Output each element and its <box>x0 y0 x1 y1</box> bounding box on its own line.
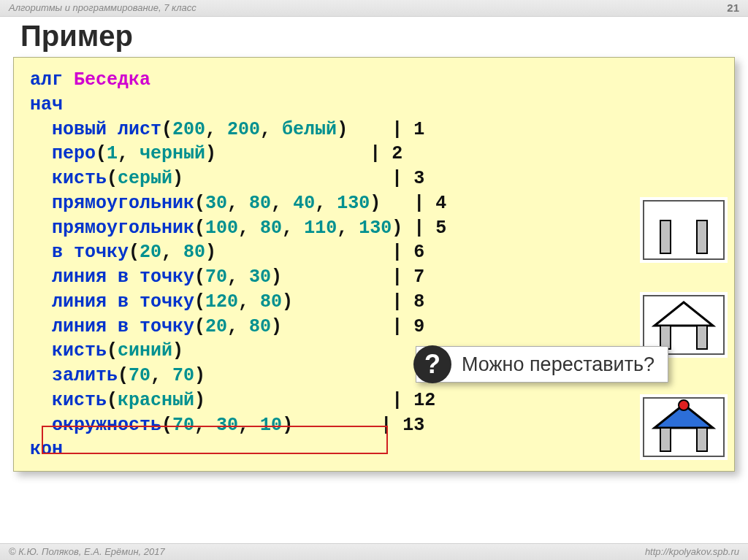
page-title: Пример <box>20 20 728 53</box>
figure-house-filled-icon <box>640 394 728 460</box>
svg-point-11 <box>679 400 689 410</box>
code-line: кисть(серый) | 3 <box>30 166 721 191</box>
question-callout: ? Можно переставить? <box>416 346 668 383</box>
code-line: кисть(красный) | 12 <box>30 388 721 413</box>
svg-rect-10 <box>697 428 707 451</box>
code-line: линия в точку(20, 80) | 9 <box>30 315 721 340</box>
svg-rect-1 <box>660 220 671 253</box>
page-number: 21 <box>727 0 739 16</box>
svg-rect-9 <box>660 428 671 451</box>
source-url: http://kpolyakov.spb.ru <box>645 544 739 560</box>
code-line: в точку(20, 80) | 6 <box>30 240 721 265</box>
copyright: © К.Ю. Поляков, Е.А. Ерёмин, 2017 <box>9 544 165 560</box>
code-line: нач <box>30 93 721 118</box>
code-line: новый лист(200, 200, белый) | 1 <box>30 118 721 142</box>
svg-rect-0 <box>644 201 724 259</box>
question-text: Можно переставить? <box>462 353 654 376</box>
code-line: перо(1, черный) | 2 <box>30 142 721 166</box>
figure-pillars-icon <box>640 197 728 263</box>
code-line: прямоугольник(100, 80, 110, 130) | 5 <box>30 216 721 241</box>
code-line: линия в точку(120, 80) | 8 <box>30 290 721 315</box>
code-block: алг Беседка нач новый лист(200, 200, бел… <box>13 57 735 472</box>
svg-rect-6 <box>697 326 707 349</box>
code-line: линия в точку(70, 30) | 7 <box>30 265 721 290</box>
code-line: прямоугольник(30, 80, 40, 130) | 4 <box>30 191 721 216</box>
code-line: алг Беседка <box>30 68 721 93</box>
svg-rect-2 <box>697 220 707 253</box>
highlight-box <box>42 426 388 454</box>
course-title: Алгоритмы и программирование, 7 класс <box>9 0 196 16</box>
question-icon: ? <box>413 345 451 383</box>
